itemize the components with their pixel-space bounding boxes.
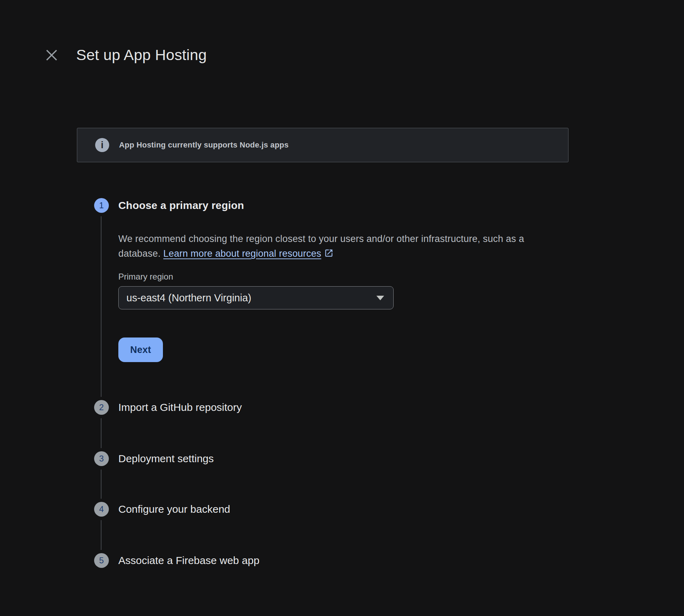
step-5-circle: 5 <box>94 553 109 568</box>
step-1-circle: 1 <box>94 198 109 213</box>
dialog-header: Set up App Hosting <box>44 46 207 64</box>
stepper-step-4: 4 Configure your backend <box>94 502 230 517</box>
step-4-circle: 4 <box>94 502 109 517</box>
primary-region-label: Primary region <box>118 272 555 282</box>
stepper-connector-4-5 <box>101 520 101 550</box>
stepper-step-2: 2 Import a GitHub repository <box>94 400 242 415</box>
step-2-circle: 2 <box>94 400 109 415</box>
learn-more-link-text: Learn more about regional resources <box>163 248 321 259</box>
dropdown-arrow-icon <box>376 296 384 300</box>
step-5-label: Associate a Firebase web app <box>118 555 259 566</box>
learn-more-link[interactable]: Learn more about regional resources <box>163 248 334 259</box>
stepper-step-5: 5 Associate a Firebase web app <box>94 553 259 568</box>
stepper-connector-2-3 <box>101 418 101 448</box>
primary-region-select-value: us-east4 (Northern Virginia) <box>126 292 376 304</box>
banner-text: App Hosting currently supports Node.js a… <box>119 140 289 150</box>
page-title: Set up App Hosting <box>76 46 207 64</box>
step-3-label: Deployment settings <box>118 453 214 465</box>
info-banner: i App Hosting currently supports Node.js… <box>77 128 568 162</box>
primary-region-select[interactable]: us-east4 (Northern Virginia) <box>118 286 394 309</box>
next-button[interactable]: Next <box>118 338 163 362</box>
stepper-step-1: 1 Choose a primary region <box>94 198 244 213</box>
close-x-glyph <box>44 48 59 63</box>
step-1-label: Choose a primary region <box>118 199 244 211</box>
stepper-connector-1-2 <box>101 216 101 397</box>
open-in-new-icon <box>324 247 334 262</box>
stepper-step-3: 3 Deployment settings <box>94 451 214 466</box>
close-icon[interactable] <box>44 47 60 63</box>
step-2-label: Import a GitHub repository <box>118 401 242 413</box>
step-4-label: Configure your backend <box>118 503 230 515</box>
step-1-description: We recommend choosing the region closest… <box>118 231 555 262</box>
step-3-circle: 3 <box>94 451 109 466</box>
step-1-content: We recommend choosing the region closest… <box>118 231 555 362</box>
stepper-connector-3-4 <box>101 470 101 499</box>
info-icon-glyph: i <box>101 140 104 150</box>
info-icon: i <box>95 138 109 152</box>
